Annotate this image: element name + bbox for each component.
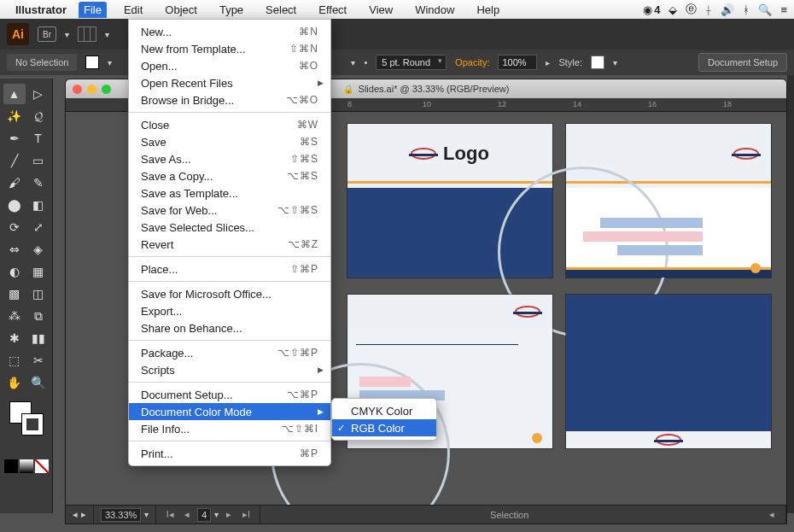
menu-file[interactable]: File — [79, 2, 107, 18]
chevron-down-icon[interactable]: ▾ — [65, 30, 69, 39]
artboard-4[interactable] — [566, 295, 771, 448]
menu-item-close[interactable]: Close⌘W — [129, 116, 330, 133]
artboard-number-input[interactable]: 4 — [197, 508, 211, 522]
chevron-right-icon[interactable]: ▸ — [546, 58, 550, 67]
menu-item-document-setup[interactable]: Document Setup...⌥⌘P — [129, 386, 330, 403]
sync-icon[interactable]: ⓔ — [686, 2, 697, 17]
last-artboard-icon[interactable]: ▸l — [239, 509, 253, 520]
menu-item-scripts[interactable]: Scripts — [129, 361, 330, 378]
lasso-tool[interactable]: 𝓠 — [27, 106, 50, 126]
fill-stroke-control[interactable] — [9, 401, 44, 436]
column-graph-tool[interactable]: ▮▮ — [27, 328, 50, 348]
first-artboard-icon[interactable]: l◂ — [163, 509, 177, 520]
scale-tool[interactable]: ⤢ — [27, 217, 50, 237]
volume-icon[interactable]: 🔊 — [721, 3, 734, 16]
shape-builder-tool[interactable]: ◐ — [3, 261, 26, 282]
menu-item-open-recent-files[interactable]: Open Recent Files — [129, 74, 330, 91]
submenu-item-cmyk-color[interactable]: CMYK Color — [332, 402, 436, 419]
window-maximize-icon[interactable] — [102, 85, 111, 94]
hand-tool[interactable]: ✋ — [3, 372, 26, 393]
pen-tool[interactable]: ✒ — [3, 128, 26, 149]
dropbox-icon[interactable]: ⬙ — [668, 3, 677, 16]
menu-window[interactable]: Window — [410, 2, 459, 18]
bluetooth-icon[interactable]: ᚼ — [743, 3, 750, 16]
menu-object[interactable]: Object — [160, 2, 202, 18]
opacity-input[interactable]: 100% — [498, 55, 537, 70]
menu-item-export[interactable]: Export... — [129, 302, 330, 319]
graphic-style-swatch[interactable] — [591, 56, 604, 69]
perspective-tool[interactable]: ▦ — [27, 261, 50, 282]
menu-view[interactable]: View — [364, 2, 398, 18]
document-setup-button[interactable]: Document Setup — [698, 53, 787, 72]
stroke-profile-dropdown[interactable]: 5 pt. Round — [376, 55, 447, 70]
artboard-2[interactable] — [566, 124, 771, 278]
window-close-icon[interactable] — [73, 85, 82, 94]
spotlight-icon[interactable]: 🔍 — [758, 3, 772, 16]
menu-item-file-info[interactable]: File Info...⌥⇧⌘I — [129, 420, 330, 437]
menu-item-save-a-copy[interactable]: Save a Copy...⌥⌘S — [129, 167, 330, 184]
document-color-mode-submenu[interactable]: CMYK Color✓RGB Color — [331, 398, 437, 441]
menu-help[interactable]: Help — [471, 2, 505, 18]
rotate-tool[interactable]: ⟳ — [3, 217, 26, 237]
paintbrush-tool[interactable]: 🖌 — [3, 172, 26, 193]
menu-item-save-as[interactable]: Save As...⇧⌘S — [129, 150, 330, 167]
menu-item-share-on-behance[interactable]: Share on Behance... — [129, 319, 330, 336]
type-tool[interactable]: T — [27, 128, 50, 149]
magic-wand-tool[interactable]: ✨ — [3, 106, 26, 126]
menu-item-save-for-microsoft-office[interactable]: Save for Microsoft Office... — [129, 285, 330, 302]
color-mode-swatches[interactable] — [4, 459, 49, 473]
prev-artboard-icon[interactable]: ◂ — [180, 509, 194, 520]
chevron-down-icon[interactable]: ▾ — [351, 58, 355, 67]
menu-item-save-as-template[interactable]: Save as Template... — [129, 184, 330, 202]
selection-tool[interactable]: ▲ — [3, 84, 26, 104]
cc-icon[interactable]: ◉ 4 — [643, 3, 660, 16]
menu-item-new-from-template[interactable]: New from Template...⇧⌘N — [129, 40, 330, 57]
menu-select[interactable]: Select — [260, 2, 301, 18]
notification-icon[interactable]: ≡ — [780, 3, 787, 16]
free-transform-tool[interactable]: ◈ — [27, 239, 50, 260]
menu-item-document-color-mode[interactable]: Document Color Mode — [129, 403, 330, 420]
menu-item-save-selected-slices[interactable]: Save Selected Slices... — [129, 219, 330, 236]
blend-tool[interactable]: ⧉ — [27, 306, 50, 326]
menu-item-revert[interactable]: Revert⌥⌘Z — [129, 236, 330, 253]
app-name[interactable]: Illustrator — [15, 3, 67, 16]
scroll-left-icon[interactable]: ◂ — [765, 509, 779, 520]
zoom-input[interactable]: 33.33% — [101, 508, 141, 522]
arrange-documents-icon[interactable] — [78, 26, 96, 42]
blob-brush-tool[interactable]: ⬤ — [3, 195, 26, 215]
window-minimize-icon[interactable] — [87, 85, 96, 94]
wifi-icon[interactable]: ⟊ — [705, 3, 712, 16]
submenu-item-rgb-color[interactable]: ✓RGB Color — [332, 419, 436, 436]
prev-icon[interactable]: ◂ — [73, 509, 78, 520]
menu-type[interactable]: Type — [214, 2, 248, 18]
rectangle-tool[interactable]: ▭ — [27, 150, 50, 171]
file-menu[interactable]: New...⌘NNew from Template...⇧⌘NOpen...⌘O… — [128, 19, 331, 466]
next-icon[interactable]: ▸ — [81, 509, 86, 520]
chevron-down-icon[interactable]: ▾ — [108, 58, 112, 67]
line-tool[interactable]: ╱ — [3, 150, 26, 171]
chevron-down-icon[interactable]: ▾ — [105, 30, 109, 39]
symbol-sprayer-tool[interactable]: ✱ — [3, 328, 26, 348]
zoom-tool[interactable]: 🔍 — [27, 372, 50, 393]
slice-tool[interactable]: ✂ — [27, 350, 50, 371]
menu-item-save[interactable]: Save⌘S — [129, 133, 330, 150]
width-tool[interactable]: ⇔ — [3, 239, 26, 260]
menu-item-save-for-web[interactable]: Save for Web...⌥⇧⌘S — [129, 202, 330, 219]
menu-item-print[interactable]: Print...⌘P — [129, 445, 330, 462]
menu-item-browse-in-bridge[interactable]: Browse in Bridge...⌥⌘O — [129, 91, 330, 108]
menu-item-open[interactable]: Open...⌘O — [129, 57, 330, 74]
direct-selection-tool[interactable]: ▷ — [27, 84, 50, 104]
mesh-tool[interactable]: ▩ — [3, 284, 26, 304]
eraser-tool[interactable]: ◧ — [27, 195, 50, 215]
artboard-tool[interactable]: ⬚ — [3, 350, 26, 371]
pencil-tool[interactable]: ✎ — [27, 172, 50, 193]
bridge-icon[interactable]: Br — [38, 26, 56, 42]
menu-item-new[interactable]: New...⌘N — [129, 23, 330, 40]
menu-edit[interactable]: Edit — [119, 2, 148, 18]
menu-item-place[interactable]: Place...⇧⌘P — [129, 260, 330, 278]
menu-effect[interactable]: Effect — [313, 2, 352, 18]
fill-swatch[interactable] — [85, 56, 99, 69]
panel-dock[interactable] — [787, 75, 794, 513]
eyedropper-tool[interactable]: ⁂ — [3, 306, 26, 326]
menu-item-package[interactable]: Package...⌥⇧⌘P — [129, 344, 330, 361]
